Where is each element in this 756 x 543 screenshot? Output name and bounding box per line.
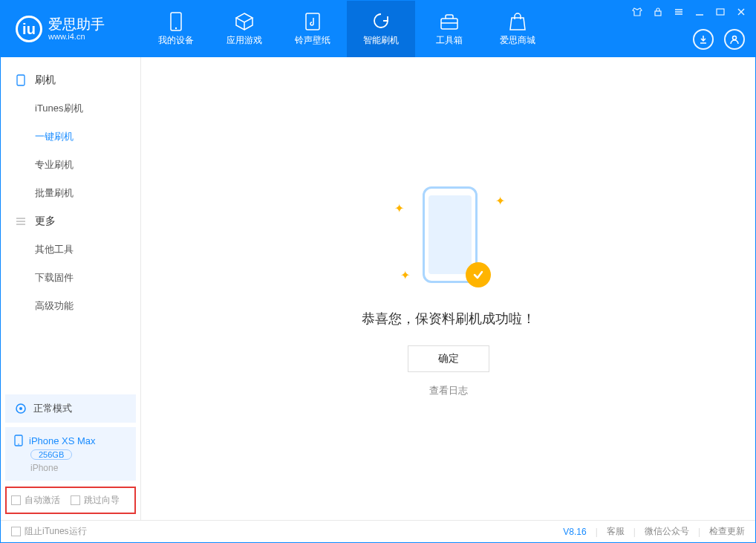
device-subtype: iPhone xyxy=(30,463,127,473)
tab-toolbox[interactable]: 工具箱 xyxy=(415,1,483,57)
minimize-button[interactable] xyxy=(693,5,706,19)
check-badge-icon xyxy=(466,262,491,287)
checkbox-icon xyxy=(11,495,21,505)
svg-point-21 xyxy=(18,443,19,445)
checkbox-skip-guide[interactable]: 跳过向导 xyxy=(71,494,120,507)
sidebar-item-oneclick-flash[interactable]: 一键刷机 xyxy=(1,123,140,151)
shirt-icon[interactable] xyxy=(630,5,644,19)
device-phone-icon xyxy=(14,435,23,446)
sidebar-group-more: 更多 xyxy=(1,207,140,235)
lock-icon[interactable] xyxy=(651,5,665,19)
device-mode-row[interactable]: 正常模式 xyxy=(5,394,136,423)
music-file-icon xyxy=(303,12,322,31)
logo-block: iu 爱思助手 www.i4.cn xyxy=(1,16,142,42)
nav-tabs: 我的设备 应用游戏 铃声壁纸 智能刷机 工具箱 爱思商城 xyxy=(142,1,552,57)
main-content: ✦ ✦ ✦ 恭喜您，保资料刷机成功啦！ 确定 查看日志 xyxy=(141,57,755,520)
tab-smart-flash[interactable]: 智能刷机 xyxy=(347,1,415,57)
status-bar: 阻止iTunes运行 V8.16 | 客服 | 微信公众号 | 检查更新 xyxy=(1,520,755,542)
logo-icon: iu xyxy=(16,16,42,42)
device-capacity: 256GB xyxy=(30,449,72,460)
version-label: V8.16 xyxy=(563,527,586,537)
sidebar-item-itunes-flash[interactable]: iTunes刷机 xyxy=(1,94,140,123)
ok-button[interactable]: 确定 xyxy=(408,345,489,372)
window-controls xyxy=(630,5,748,19)
footer-link-check-update[interactable]: 检查更新 xyxy=(709,525,745,538)
svg-rect-10 xyxy=(717,9,724,15)
download-button[interactable] xyxy=(693,29,714,50)
sidebar-group-flash: 刷机 xyxy=(1,66,140,94)
app-header: iu 爱思助手 www.i4.cn 我的设备 应用游戏 铃声壁纸 智能刷机 工具… xyxy=(1,1,755,57)
checkbox-block-itunes[interactable]: 阻止iTunes运行 xyxy=(11,525,87,538)
flash-options-box: 自动激活 跳过向导 xyxy=(5,487,136,514)
checkbox-icon xyxy=(71,495,80,505)
svg-point-19 xyxy=(19,407,22,410)
close-button[interactable] xyxy=(734,5,748,19)
device-icon xyxy=(166,12,186,31)
view-log-link[interactable]: 查看日志 xyxy=(429,384,468,397)
device-panel: 正常模式 iPhone XS Max 256GB iPhone xyxy=(5,394,136,481)
checkbox-icon xyxy=(11,527,21,536)
menu-icon[interactable] xyxy=(672,5,685,19)
toolbox-icon xyxy=(440,12,459,31)
app-url: www.i4.cn xyxy=(48,32,105,41)
sparkle-icon: ✦ xyxy=(394,201,402,209)
app-name: 爱思助手 xyxy=(48,17,105,33)
checkbox-auto-activate[interactable]: 自动激活 xyxy=(11,494,60,507)
tab-ringtones-wallpapers[interactable]: 铃声壁纸 xyxy=(278,1,347,57)
success-message: 恭喜您，保资料刷机成功啦！ xyxy=(362,310,535,328)
sparkle-icon: ✦ xyxy=(495,194,503,201)
list-icon xyxy=(14,217,27,226)
svg-rect-3 xyxy=(441,19,457,29)
device-info-row[interactable]: iPhone XS Max 256GB iPhone xyxy=(5,427,136,481)
sidebar-item-batch-flash[interactable]: 批量刷机 xyxy=(1,179,140,207)
sidebar-item-pro-flash[interactable]: 专业刷机 xyxy=(1,151,140,179)
bag-icon xyxy=(508,12,527,31)
tab-apps-games[interactable]: 应用游戏 xyxy=(210,1,278,57)
user-button[interactable] xyxy=(724,29,745,50)
tab-my-device[interactable]: 我的设备 xyxy=(142,1,210,57)
sidebar: 刷机 iTunes刷机 一键刷机 专业刷机 批量刷机 更多 其他工具 下载固件 … xyxy=(1,57,141,520)
svg-rect-5 xyxy=(655,11,661,16)
mode-icon xyxy=(14,402,27,415)
cube-icon xyxy=(235,12,254,31)
footer-link-support[interactable]: 客服 xyxy=(607,525,625,538)
svg-point-1 xyxy=(175,27,177,28)
sidebar-item-download-firmware[interactable]: 下载固件 xyxy=(1,264,140,292)
refresh-shield-icon xyxy=(371,12,391,31)
maximize-button[interactable] xyxy=(714,5,727,19)
sidebar-item-advanced[interactable]: 高级功能 xyxy=(1,292,140,320)
body-area: 刷机 iTunes刷机 一键刷机 专业刷机 批量刷机 更多 其他工具 下载固件 … xyxy=(1,57,755,520)
svg-rect-2 xyxy=(306,13,319,30)
tab-store[interactable]: 爱思商城 xyxy=(483,1,552,57)
phone-icon xyxy=(14,74,27,86)
svg-point-13 xyxy=(733,36,737,40)
sparkle-icon: ✦ xyxy=(400,268,408,276)
device-name: iPhone XS Max xyxy=(29,435,96,446)
footer-link-wechat[interactable]: 微信公众号 xyxy=(645,525,689,538)
svg-rect-14 xyxy=(17,75,25,85)
success-illustration: ✦ ✦ ✦ xyxy=(393,181,504,292)
header-actions xyxy=(693,29,745,50)
sidebar-item-other-tools[interactable]: 其他工具 xyxy=(1,235,140,264)
